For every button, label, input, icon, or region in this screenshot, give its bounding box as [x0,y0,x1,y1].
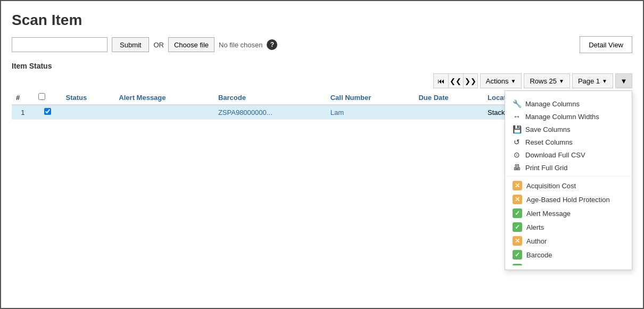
col-alerts-item[interactable]: ✓ Alerts [505,220,632,234]
manage-columns-item[interactable]: 🔧 Manage Columns [505,97,632,110]
actions-caret: ▼ [511,78,516,84]
col-header-check [34,90,62,105]
dropdown-section-actions: 🔧 Manage Columns ↔ Manage Column Widths … [505,95,632,177]
col-barcode-badge: ✓ [513,250,522,260]
toolbar-row: ⏮ ❮❮ ❯❯ Actions ▼ Rows 25 ▼ Page 1 ▼ [12,73,632,88]
manage-columns-label: Manage Columns [525,100,580,108]
manage-column-widths-icon: ↔ [513,112,521,121]
col-alert-message-label: Alert Message [526,210,571,218]
reset-columns-label: Reset Columns [525,138,573,146]
save-columns-label: Save Columns [525,126,571,133]
cell-num: 1 [12,105,34,120]
save-columns-item[interactable]: 💾 Save Columns [505,123,632,136]
page-title: Scan Item [12,12,632,29]
column-toggle-button[interactable]: ▼ [615,73,632,88]
next-page-button[interactable]: ❯❯ [463,73,478,88]
manage-column-widths-item[interactable]: ↔ Manage Column Widths [505,110,632,123]
scan-row: Submit OR Choose file No file chosen ? D… [12,36,632,53]
or-label: OR [153,41,164,49]
prev-page-button[interactable]: ❮❮ [448,73,463,88]
col-header-due-date: Due Date [414,90,483,105]
col-header-num: # [12,90,34,105]
rows-button[interactable]: Rows 25 ▼ [524,73,569,88]
save-columns-icon: 💾 [513,125,521,133]
item-status-label: Item Status [12,62,632,70]
cell-barcode: ZSPA98000000... [214,105,326,120]
page-caret: ▼ [602,78,607,84]
dropdown-scroll: 🔧 Manage Columns ↔ Manage Column Widths … [505,95,632,265]
select-all-checkbox[interactable] [38,93,45,100]
first-page-button[interactable]: ⏮ [433,73,448,88]
scan-input[interactable] [12,37,108,52]
nav-group: ⏮ ❮❮ ❯❯ [433,73,478,88]
dropdown-section-columns: ✕ Acquisition Cost ✕ Age-Based Hold Prot… [505,177,632,265]
download-csv-icon: ⊙ [513,151,521,159]
col-age-based-label: Age-Based Hold Protection [526,196,610,204]
choose-file-button[interactable]: Choose file [168,37,214,52]
col-call-number-label: Call Number [526,265,565,266]
col-age-based-item[interactable]: ✕ Age-Based Hold Protection [505,193,632,206]
col-alerts-badge: ✓ [513,222,522,232]
row-checkbox[interactable] [44,108,51,115]
col-author-label: Author [526,237,547,245]
col-header-alert-message: Alert Message [114,90,214,105]
col-header-call-number: Call Number [326,90,415,105]
manage-columns-icon: 🔧 [513,99,521,108]
col-call-number-badge: ✓ [513,264,522,265]
col-age-based-badge: ✕ [513,195,522,204]
col-acquisition-cost-badge: ✕ [513,181,522,190]
col-header-status: Status [62,90,115,105]
col-alerts-label: Alerts [526,223,544,231]
page-button[interactable]: Page 1 ▼ [572,73,613,88]
main-container: Scan Item Submit OR Choose file No file … [0,0,644,309]
no-file-text: No file chosen [219,41,262,49]
col-alert-message-badge: ✓ [513,208,522,218]
reset-columns-item[interactable]: ↺ Reset Columns [505,136,632,148]
help-icon[interactable]: ? [267,39,277,50]
col-call-number-item[interactable]: ✓ Call Number [505,262,632,265]
print-grid-icon: 🖶 [513,163,521,172]
download-csv-label: Download Full CSV [525,151,585,159]
cell-due-date [414,105,483,120]
actions-button[interactable]: Actions ▼ [480,73,522,88]
col-author-item[interactable]: ✕ Author [505,234,632,248]
col-barcode-item[interactable]: ✓ Barcode [505,248,632,262]
print-grid-item[interactable]: 🖶 Print Full Grid [505,161,632,174]
detail-view-button[interactable]: Detail View [580,36,632,53]
column-toggle-icon: ▼ [621,77,628,85]
col-header-barcode: Barcode [214,90,326,105]
cell-status [62,105,115,120]
reset-columns-icon: ↺ [513,138,521,146]
col-acquisition-cost-item[interactable]: ✕ Acquisition Cost [505,179,632,193]
cell-alert-message [114,105,214,120]
toolbar-right: Actions ▼ Rows 25 ▼ Page 1 ▼ ▼ [480,73,632,88]
submit-button[interactable]: Submit [112,37,149,52]
download-csv-item[interactable]: ⊙ Download Full CSV [505,148,632,161]
col-acquisition-cost-label: Acquisition Cost [526,182,576,190]
cell-call-number: Lam [326,105,415,120]
item-status-section: Item Status ⏮ ❮❮ ❯❯ Actions ▼ Rows 25 ▼ … [12,62,632,120]
col-alert-message-item[interactable]: ✓ Alert Message [505,206,632,220]
print-grid-label: Print Full Grid [525,164,567,172]
cell-check[interactable] [34,105,62,120]
dropdown-panel: 🔧 Manage Columns ↔ Manage Column Widths … [505,90,632,270]
rows-caret: ▼ [559,78,564,84]
col-author-badge: ✕ [513,236,522,246]
manage-column-widths-label: Manage Column Widths [525,113,599,121]
col-barcode-label: Barcode [526,251,552,259]
